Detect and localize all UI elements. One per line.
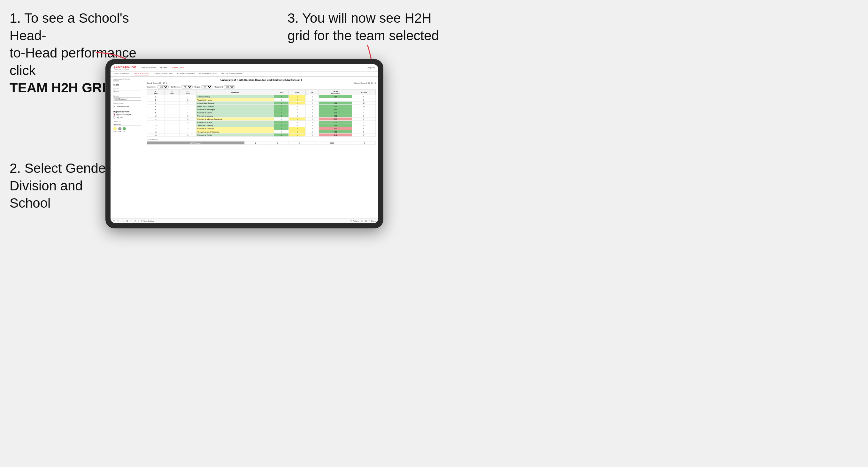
filter-row: Opponents: (All) Conference (All) Region… xyxy=(147,85,376,89)
col-win: Win xyxy=(274,90,288,95)
col-rounds: Rounds xyxy=(352,90,376,95)
col-tie: Tie xyxy=(306,90,319,95)
school-select[interactable]: 1. University of Nort... xyxy=(113,105,141,108)
colour-by-select[interactable]: Win/loss xyxy=(113,123,141,126)
top100-option[interactable]: Top 100 xyxy=(113,116,141,119)
sub-nav-team-summary[interactable]: TEAM SUMMARY xyxy=(114,72,129,75)
annotation1-line1: 1. To see a School's Head- xyxy=(9,10,129,43)
cell-name: University of Alabama xyxy=(196,114,274,118)
out-division-diff: 26.00 xyxy=(310,142,354,145)
division-select[interactable]: NCAA Division I xyxy=(113,97,141,101)
cell-diff: 3.67 xyxy=(318,108,352,111)
cell-diff: 1.83 xyxy=(318,105,352,108)
cell-rank: 14 xyxy=(147,127,164,130)
cell-conf: 3 xyxy=(180,133,196,137)
opponent-label: Opponent xyxy=(214,86,223,88)
clock-icon[interactable]: ⏱ xyxy=(134,220,136,222)
sub-nav-player-h2h-grid[interactable]: PLAYER H2H GRID xyxy=(199,72,217,75)
logo-sub: Powered by clippi xyxy=(114,68,136,70)
cell-win: 0 xyxy=(274,98,288,101)
division-label: Division xyxy=(113,95,141,97)
cell-reg xyxy=(164,108,180,111)
nav-fwd-icon[interactable]: › xyxy=(123,220,124,222)
cell-loss: 1 xyxy=(288,95,306,98)
opponent-filter-select[interactable]: (All) xyxy=(224,85,235,89)
cell-loss: 0 xyxy=(288,105,306,108)
cell-loss: 0 xyxy=(288,114,306,118)
out-division-name: NCAA Division II xyxy=(147,142,245,145)
cell-diff: 2.61 xyxy=(318,114,352,118)
cell-win: 1 xyxy=(274,108,288,111)
cell-reg xyxy=(164,133,180,137)
cell-conf: 2 xyxy=(180,98,196,101)
opponents-filter-label: Opponents: xyxy=(147,86,156,88)
cell-conf: 6 xyxy=(180,118,196,121)
sub-nav: TEAM SUMMARY TEAM H2H GRID TEAM H2H HEAT… xyxy=(111,71,378,77)
cell-win: 1 xyxy=(274,105,288,108)
nav-back-icon[interactable]: ‹ xyxy=(121,220,121,222)
cell-win: 1 xyxy=(274,111,288,114)
cell-name: Auburn University xyxy=(196,95,274,98)
cell-diff: 1.67 xyxy=(318,95,352,98)
watch-btn[interactable]: 👁 Watch ▾ xyxy=(350,220,359,222)
cell-reg xyxy=(164,118,180,121)
redo-icon[interactable]: ↪ xyxy=(117,220,119,222)
cell-rounds: 3 xyxy=(352,121,376,124)
undo-icon[interactable]: ↩ xyxy=(113,220,115,222)
cell-reg xyxy=(164,111,180,114)
cell-diff: -1.00 xyxy=(318,127,352,130)
cell-rank: 10 xyxy=(147,114,164,118)
cell-rank: 13 xyxy=(147,124,164,127)
view-original-btn[interactable]: 👁 View: Original xyxy=(141,220,154,222)
top100-radio[interactable] xyxy=(113,116,115,119)
nav-committee[interactable]: COMMITTEE xyxy=(170,66,184,69)
cell-conf: 2 xyxy=(180,105,196,108)
cell-conf: 2 xyxy=(180,127,196,130)
cell-rank: 9 xyxy=(147,111,164,114)
opponents-played-radio[interactable] xyxy=(113,114,115,116)
annotation1-line3: TEAM H2H GRID xyxy=(9,80,115,95)
opponents-played-option[interactable]: Opponents Played xyxy=(113,114,141,116)
nav-tournaments[interactable]: TOURNAMENTS xyxy=(139,66,157,69)
cell-tie: 0 xyxy=(306,127,319,130)
col-opponent: Opponent xyxy=(196,90,274,95)
cell-rounds: 17 xyxy=(352,101,376,105)
zoom-icon[interactable]: ⊕ xyxy=(126,220,128,222)
share-more-btn[interactable]: ⊞ xyxy=(365,220,367,222)
crop-icon[interactable]: ⬚ xyxy=(130,220,132,222)
last-updated: Last Updated: 27/03/2024 16:55:38 xyxy=(113,79,141,82)
sign-out[interactable]: | Sign out xyxy=(367,67,375,69)
cell-conf: 2 xyxy=(180,108,196,111)
opponent-filter-group: Opponent (All) xyxy=(214,85,235,89)
cell-rank: 6 xyxy=(147,105,164,108)
gender-select[interactable]: Men's xyxy=(113,90,141,93)
annotation3-line1: 3. You will now see H2H xyxy=(287,10,432,26)
legend: Down Level Up xyxy=(113,127,141,132)
conference-filter-select[interactable]: (All) xyxy=(182,85,193,89)
sub-nav-team-h2h-heatmap[interactable]: TEAM H2H HEATMAP xyxy=(153,72,173,75)
sub-nav-player-summary[interactable]: PLAYER SUMMARY xyxy=(177,72,194,75)
out-division-label: Out of division xyxy=(147,138,376,141)
cell-rank: 2 xyxy=(147,95,164,98)
opponents-filter-select[interactable]: (All) xyxy=(157,85,169,89)
division-record: Division Record: 88 - 17 - 0 xyxy=(354,82,376,84)
cell-diff: -4.33 xyxy=(318,118,352,121)
gender-label: Gender xyxy=(113,88,141,90)
share-btn[interactable]: ↗ Share xyxy=(369,220,376,222)
logo: SCOREBOARD Powered by clippi xyxy=(114,65,136,70)
tablet-screen: SCOREBOARD Powered by clippi TOURNAMENTS… xyxy=(111,64,378,223)
sub-nav-team-h2h-grid[interactable]: TEAM H2H GRID xyxy=(134,72,149,75)
sub-nav-player-h2h-heatmap[interactable]: PLAYER H2H HEATMAP xyxy=(221,72,243,75)
cell-rounds: 9 xyxy=(352,133,376,137)
out-of-division: Out of division NCAA Division II 1 0 0 2… xyxy=(147,138,376,145)
cell-conf: 4 xyxy=(180,130,196,133)
cell-tie: 0 xyxy=(306,105,319,108)
cell-name: University of Virginia xyxy=(196,121,274,124)
comment-btn[interactable]: 💬 xyxy=(361,220,363,222)
cell-loss: 4 xyxy=(288,98,306,101)
share-label: Share xyxy=(371,220,376,222)
cell-diff: -6.42 xyxy=(318,133,352,137)
tablet: SCOREBOARD Powered by clippi TOURNAMENTS… xyxy=(105,59,383,228)
region-filter-select[interactable]: (All) xyxy=(201,85,212,89)
nav-teams[interactable]: TEAMS xyxy=(160,66,167,69)
